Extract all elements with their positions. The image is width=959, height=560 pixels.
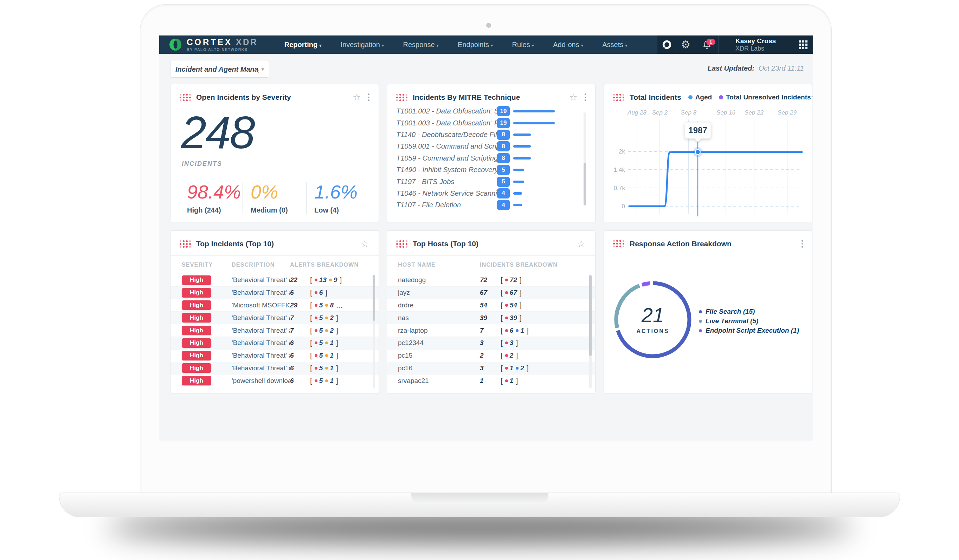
kebab-menu-icon[interactable] bbox=[801, 239, 804, 248]
card-open-incidents-by-severity: Open Incidents by Severity ☆ 248 INCIDEN… bbox=[170, 84, 379, 223]
table-row[interactable]: High'Behavioral Threat' al...6[6] bbox=[170, 287, 379, 299]
nav-menu-endpoints[interactable]: Endpoints▾ bbox=[448, 41, 503, 49]
scrollbar[interactable] bbox=[373, 275, 375, 388]
laptop-frame: CORTEX XDR BY PALO ALTO NETWORKS Reporti… bbox=[140, 4, 832, 493]
mitre-row[interactable]: T1490 - Inhibit System Recovery5 bbox=[387, 164, 595, 176]
table-row[interactable]: High'powershell download...6[51] bbox=[170, 374, 379, 387]
favorite-star-icon[interactable]: ☆ bbox=[811, 93, 813, 102]
legend-dot bbox=[688, 95, 693, 99]
table-row[interactable]: High'Behavioral Threat' al...6[51] bbox=[170, 350, 379, 362]
table-row[interactable]: pc123443[3] bbox=[387, 337, 595, 350]
widget-handle-icon bbox=[613, 240, 625, 247]
mitre-row[interactable]: T1059.001 - Command and Scripting Int...… bbox=[387, 140, 595, 152]
table-row[interactable]: nas39[39] bbox=[387, 312, 595, 324]
legend-dot bbox=[719, 95, 723, 99]
webcam-dot bbox=[486, 23, 491, 28]
table-row[interactable]: High'Behavioral Threat' al...22[139] bbox=[170, 274, 379, 287]
scrollbar[interactable] bbox=[583, 113, 586, 206]
app-switcher-grid-icon[interactable] bbox=[793, 35, 813, 54]
nav-menu-assets[interactable]: Assets▾ bbox=[593, 41, 637, 49]
nav-menu-reporting[interactable]: Reporting▾ bbox=[275, 41, 331, 49]
table-header: SEVERITY DESCRIPTION ALERTS BREAKDOWN bbox=[170, 256, 379, 274]
bar bbox=[513, 122, 555, 124]
total-incidents-line-chart: Aug 28 Sep 2 Sep 8 Sep 16 Sep 22 Sep 29 … bbox=[613, 108, 804, 218]
legend-item-total-unresolved[interactable]: Total Unresolved Incidents bbox=[719, 94, 811, 101]
bar bbox=[513, 145, 531, 148]
table-row[interactable]: drdre54[54] bbox=[387, 299, 595, 312]
count-badge: 8 bbox=[497, 153, 510, 163]
bar bbox=[513, 192, 522, 195]
brand-logo[interactable]: CORTEX XDR BY PALO ALTO NETWORKS bbox=[159, 38, 258, 52]
legend-dot bbox=[699, 329, 702, 332]
table-row[interactable]: natedogg72[72] bbox=[387, 274, 595, 287]
table-row[interactable]: jayz67[67] bbox=[387, 287, 595, 299]
table-row[interactable]: srvapac211[1] bbox=[387, 374, 595, 387]
chevron-down-icon: ▾ bbox=[261, 66, 264, 72]
mitre-row[interactable]: T1197 - BITS Jobs5 bbox=[387, 176, 595, 187]
table-row[interactable]: pc163[12] bbox=[387, 362, 595, 375]
card-total-incidents: Total Incidents Aged Total Unresolved In… bbox=[604, 84, 812, 223]
table-row[interactable]: High'Behavioral Threat' al...7[52] bbox=[170, 312, 379, 324]
legend-item-live-terminal[interactable]: Live Terminal (5) bbox=[699, 317, 799, 325]
nav-menu-investigation[interactable]: Investigation▾ bbox=[331, 41, 394, 49]
legend-item-file-search[interactable]: File Search (15) bbox=[699, 308, 799, 315]
user-menu[interactable]: Kasey Cross XDR Labs bbox=[718, 35, 793, 54]
cortex-logo-icon bbox=[168, 38, 182, 52]
chevron-down-icon: ▾ bbox=[319, 43, 322, 48]
svg-text:Aug 28: Aug 28 bbox=[627, 109, 647, 116]
nav-menu-rules[interactable]: Rules▾ bbox=[503, 41, 544, 49]
scrollbar-thumb[interactable] bbox=[373, 275, 375, 321]
svg-text:1987: 1987 bbox=[688, 126, 707, 135]
favorite-star-icon[interactable]: ☆ bbox=[353, 93, 361, 102]
last-updated: Last Updated: Oct 23rd 11:11 bbox=[708, 64, 804, 72]
nav-menu-addons[interactable]: Add-ons▾ bbox=[543, 41, 593, 49]
widget-handle-icon bbox=[180, 94, 191, 101]
mitre-row[interactable]: T1140 - Deobfuscate/Decode Files or Inf.… bbox=[387, 129, 595, 140]
card-title: Total Incidents bbox=[629, 93, 681, 102]
mitre-row[interactable]: T1001.003 - Data Obfuscation: Protocol..… bbox=[387, 117, 595, 129]
total-incidents-number: 248 bbox=[181, 111, 379, 154]
count-badge: 5 bbox=[497, 165, 510, 175]
bar bbox=[513, 169, 524, 171]
aged-series-line bbox=[629, 152, 802, 206]
total-incidents-label: INCIDENTS bbox=[182, 160, 379, 167]
scrollbar-thumb[interactable] bbox=[583, 163, 586, 205]
scrollbar[interactable] bbox=[589, 275, 592, 388]
legend-item-aged[interactable]: Aged bbox=[688, 94, 712, 101]
table-row[interactable]: High'Behavioral Threat' al...6[51] bbox=[170, 337, 379, 350]
card-title: Top Incidents (Top 10) bbox=[196, 240, 274, 248]
favorite-star-icon[interactable]: ☆ bbox=[577, 239, 585, 248]
dashboard-selector-dropdown[interactable]: Incident and Agent Management ... ▾ bbox=[170, 61, 269, 78]
count-badge: 8 bbox=[497, 141, 510, 151]
settings-gear-icon[interactable]: ⚙ bbox=[676, 35, 695, 54]
chevron-down-icon: ▾ bbox=[436, 43, 439, 48]
favorite-star-icon[interactable]: ☆ bbox=[361, 239, 369, 248]
laptop-mockup-scene: CORTEX XDR BY PALO ALTO NETWORKS Reporti… bbox=[0, 0, 959, 560]
table-row[interactable]: High'Behavioral Threat' al...6[51] bbox=[170, 362, 379, 375]
mitre-row[interactable]: T1107 - File Deletion4 bbox=[387, 199, 595, 211]
notifications-bell[interactable]: 1 bbox=[695, 35, 718, 54]
table-row[interactable]: rza-laptop7[61] bbox=[387, 324, 595, 337]
svg-text:1.4k: 1.4k bbox=[614, 167, 625, 173]
chevron-down-icon: ▾ bbox=[382, 43, 384, 48]
kebab-menu-icon[interactable] bbox=[367, 93, 371, 102]
nav-menus: Reporting▾ Investigation▾ Response▾ Endp… bbox=[275, 35, 637, 54]
table-row[interactable]: pc152[2] bbox=[387, 350, 595, 362]
mitre-row[interactable]: T1046 - Network Service Scanning4 bbox=[387, 188, 595, 199]
card-title: Response Action Breakdown bbox=[629, 240, 731, 248]
table-header: HOST NAME INCIDENTS BREAKDOWN bbox=[387, 256, 595, 274]
legend-item-endpoint-script-execution[interactable]: Endpoint Script Execution (1) bbox=[699, 327, 799, 334]
table-row[interactable]: High'Behavioral Threat' al...7[52] bbox=[170, 324, 379, 337]
response-action-donut-chart bbox=[612, 279, 693, 360]
nav-utility-area: ⚙ 1 Kasey Cross XDR Labs bbox=[657, 35, 813, 54]
svg-text:Sep 22: Sep 22 bbox=[745, 109, 763, 116]
kebab-menu-icon[interactable] bbox=[584, 93, 587, 102]
mitre-row[interactable]: T1001.002 - Data Obfuscation: Stegano...… bbox=[387, 105, 595, 117]
table-row[interactable]: High'Microsoft MSOFFIC...29[58... bbox=[170, 299, 379, 312]
user-org: XDR Labs bbox=[735, 45, 776, 52]
scrollbar-thumb[interactable] bbox=[589, 275, 592, 356]
nav-menu-response[interactable]: Response▾ bbox=[393, 41, 448, 49]
mitre-row[interactable]: T1059 - Command and Scripting Interpr...… bbox=[387, 153, 595, 164]
query-builder-icon[interactable] bbox=[657, 35, 676, 54]
favorite-star-icon[interactable]: ☆ bbox=[569, 93, 577, 102]
